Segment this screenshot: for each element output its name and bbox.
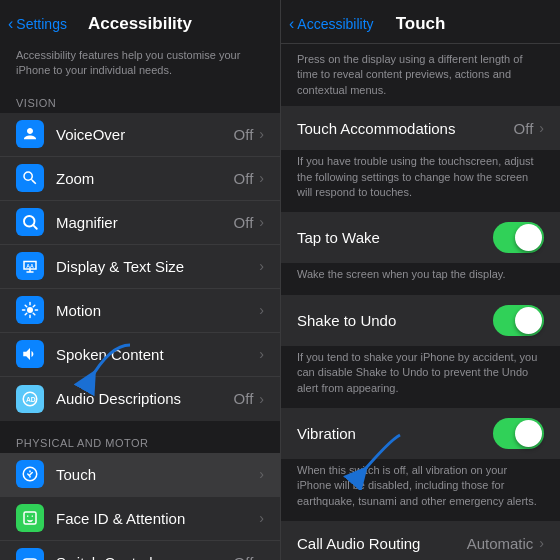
motion-chevron-icon: › — [259, 302, 264, 318]
audio-desc-icon: AD — [16, 385, 44, 413]
settings-item-vibration[interactable]: Vibration — [281, 408, 560, 459]
motion-icon — [16, 296, 44, 324]
shake-label: Shake to Undo — [297, 312, 493, 329]
magnifier-chevron-icon: › — [259, 214, 264, 230]
spoken-chevron-icon: › — [259, 346, 264, 362]
vision-list: VoiceOver Off › Zoom Off › Magnifier Off — [0, 113, 280, 421]
right-settings-list: Touch Accommodations Off › — [281, 106, 560, 150]
magnifier-value: Off — [234, 214, 254, 231]
left-scroll-area: Accessibility features help you customis… — [0, 44, 280, 560]
touch-chevron-icon: › — [259, 466, 264, 482]
switch-chevron-icon: › — [259, 554, 264, 560]
settings-item-shake[interactable]: Shake to Undo — [281, 295, 560, 346]
left-back-chevron-icon: ‹ — [8, 15, 13, 33]
audio-desc-label: Audio Descriptions — [56, 390, 234, 407]
touch-accom-chevron-icon: › — [539, 120, 544, 136]
left-description: Accessibility features help you customis… — [0, 44, 280, 89]
tap-wake-sub: Wake the screen when you tap the display… — [281, 263, 560, 290]
audio-desc-chevron-icon: › — [259, 391, 264, 407]
call-audio-label: Call Audio Routing — [297, 535, 467, 552]
shake-sub: If you tend to shake your iPhone by acci… — [281, 346, 560, 404]
list-item-display[interactable]: AA Display & Text Size › — [0, 245, 280, 289]
magnifier-icon — [16, 208, 44, 236]
list-item-faceid[interactable]: Face ID & Attention › — [0, 497, 280, 541]
zoom-label: Zoom — [56, 170, 234, 187]
left-back-label: Settings — [16, 16, 67, 32]
left-panel: ‹ Settings Accessibility Accessibility f… — [0, 0, 280, 560]
touch-label: Touch — [56, 466, 259, 483]
right-header-title: Touch — [396, 14, 446, 34]
svg-text:AA: AA — [26, 263, 34, 269]
vision-section-header: VISION — [0, 89, 280, 113]
list-item-magnifier[interactable]: Magnifier Off › — [0, 201, 280, 245]
voiceover-label: VoiceOver — [56, 126, 234, 143]
left-back-button[interactable]: ‹ Settings — [8, 15, 67, 33]
settings-item-touch-accom[interactable]: Touch Accommodations Off › — [281, 106, 560, 150]
zoom-value: Off — [234, 170, 254, 187]
magnifier-label: Magnifier — [56, 214, 234, 231]
svg-text:AD: AD — [26, 396, 36, 403]
call-audio-chevron-icon: › — [539, 535, 544, 551]
list-item-switch[interactable]: Switch Control Off › — [0, 541, 280, 560]
touch-accom-sub: If you have trouble using the touchscree… — [281, 150, 560, 208]
touch-icon — [16, 460, 44, 488]
display-label: Display & Text Size — [56, 258, 259, 275]
tap-wake-toggle[interactable] — [493, 222, 544, 253]
voiceover-icon — [16, 120, 44, 148]
list-item-touch[interactable]: Touch › — [0, 453, 280, 497]
settings-item-tap-wake[interactable]: Tap to Wake — [281, 212, 560, 263]
list-item-audio-desc[interactable]: AD Audio Descriptions Off › — [0, 377, 280, 421]
right-back-label: Accessibility — [297, 16, 373, 32]
faceid-chevron-icon: › — [259, 510, 264, 526]
right-back-chevron-icon: ‹ — [289, 15, 294, 33]
right-description: Press on the display using a different l… — [281, 44, 560, 106]
right-panel: ‹ Accessibility Touch Press on the displ… — [280, 0, 560, 560]
display-icon: AA — [16, 252, 44, 280]
vibration-label: Vibration — [297, 425, 493, 442]
faceid-label: Face ID & Attention — [56, 510, 259, 527]
vibration-toggle[interactable] — [493, 418, 544, 449]
list-item-motion[interactable]: Motion › — [0, 289, 280, 333]
physical-list: Touch › Face ID & Attention › Switch Con… — [0, 453, 280, 560]
list-item-spoken[interactable]: Spoken Content › — [0, 333, 280, 377]
zoom-icon — [16, 164, 44, 192]
voiceover-chevron-icon: › — [259, 126, 264, 142]
switch-label: Switch Control — [56, 554, 234, 560]
touch-accom-label: Touch Accommodations — [297, 120, 514, 137]
right-scroll-area: Press on the display using a different l… — [281, 44, 560, 560]
group-divider-1 — [0, 421, 280, 429]
tap-wake-toggle-knob — [515, 224, 542, 251]
audio-desc-value: Off — [234, 390, 254, 407]
physical-section-header: PHYSICAL AND MOTOR — [0, 429, 280, 453]
voiceover-value: Off — [234, 126, 254, 143]
right-back-button[interactable]: ‹ Accessibility — [289, 15, 374, 33]
tap-wake-label: Tap to Wake — [297, 229, 493, 246]
list-item-voiceover[interactable]: VoiceOver Off › — [0, 113, 280, 157]
faceid-icon — [16, 504, 44, 532]
shake-toggle-knob — [515, 307, 542, 334]
vibration-sub: When this switch is off, all vibration o… — [281, 459, 560, 517]
call-audio-value: Automatic — [467, 535, 534, 552]
spoken-icon — [16, 340, 44, 368]
right-header: ‹ Accessibility Touch — [281, 0, 560, 44]
call-audio-section: Call Audio Routing Automatic › — [281, 521, 560, 560]
list-item-zoom[interactable]: Zoom Off › — [0, 157, 280, 201]
svg-point-3 — [27, 307, 33, 313]
vibration-section: Vibration — [281, 408, 560, 459]
display-chevron-icon: › — [259, 258, 264, 274]
motion-label: Motion — [56, 302, 259, 319]
left-header: ‹ Settings Accessibility — [0, 0, 280, 44]
shake-undo-section: Shake to Undo — [281, 295, 560, 346]
spoken-label: Spoken Content — [56, 346, 259, 363]
switch-value: Off — [234, 554, 254, 560]
tap-wake-section: Tap to Wake — [281, 212, 560, 263]
vibration-toggle-knob — [515, 420, 542, 447]
shake-toggle[interactable] — [493, 305, 544, 336]
zoom-chevron-icon: › — [259, 170, 264, 186]
switch-icon — [16, 548, 44, 560]
settings-item-call-audio[interactable]: Call Audio Routing Automatic › — [281, 521, 560, 560]
touch-accom-value: Off — [514, 120, 534, 137]
left-header-title: Accessibility — [88, 14, 192, 34]
svg-line-1 — [33, 226, 36, 229]
